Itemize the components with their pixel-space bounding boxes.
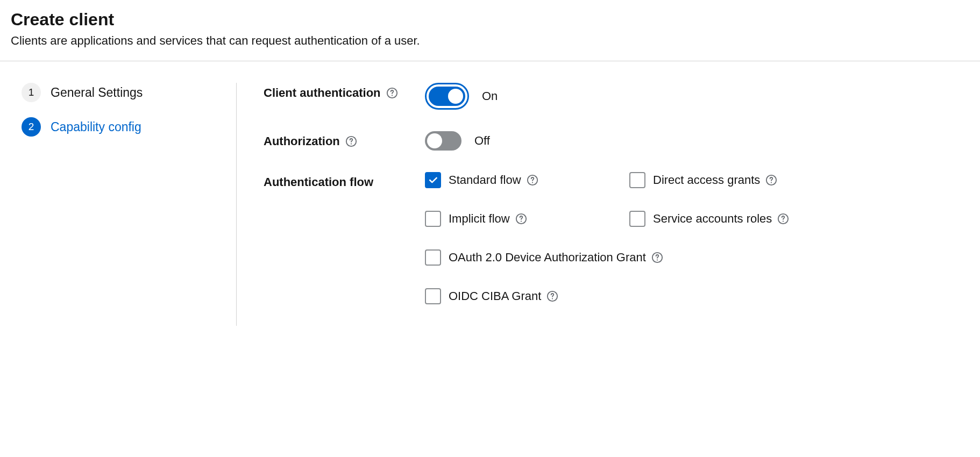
row-authorization: Authorization Off bbox=[264, 131, 969, 151]
authentication-flow-label: Authentication flow bbox=[264, 175, 373, 189]
toggle-focus-ring bbox=[425, 83, 469, 110]
svg-point-3 bbox=[351, 143, 352, 144]
authorization-label: Authorization bbox=[264, 134, 340, 148]
help-icon[interactable] bbox=[345, 135, 357, 147]
control-col: On bbox=[425, 83, 969, 110]
help-icon[interactable] bbox=[515, 213, 527, 225]
wizard-step-general-settings[interactable]: 1 General Settings bbox=[22, 83, 215, 102]
checkbox-item-standard-flow: Standard flow bbox=[425, 172, 619, 188]
client-authentication-label: Client authentication bbox=[264, 86, 381, 100]
checkbox-label: OIDC CIBA Grant bbox=[449, 289, 541, 303]
step-number-badge: 2 bbox=[22, 117, 41, 137]
checkbox-item-implicit-flow: Implicit flow bbox=[425, 211, 619, 227]
svg-point-9 bbox=[521, 220, 522, 222]
svg-point-7 bbox=[771, 182, 772, 183]
svg-point-15 bbox=[552, 298, 553, 299]
form-area: Client authentication On Authoriz bbox=[237, 83, 969, 326]
row-authentication-flow: Authentication flow Standard flow bbox=[264, 172, 969, 304]
control-col: Off bbox=[425, 131, 969, 151]
checkbox-item-oidc-ciba-grant: OIDC CIBA Grant bbox=[425, 288, 789, 304]
step-label: General Settings bbox=[51, 85, 143, 100]
service-accounts-roles-checkbox[interactable] bbox=[629, 211, 645, 227]
page-description: Clients are applications and services th… bbox=[11, 34, 969, 48]
svg-point-5 bbox=[531, 182, 532, 183]
checkbox-item-oauth-device-grant: OAuth 2.0 Device Authorization Grant bbox=[425, 249, 789, 266]
authorization-toggle[interactable] bbox=[425, 131, 461, 151]
help-icon[interactable] bbox=[651, 252, 663, 263]
toggle-wrap: Off bbox=[425, 131, 490, 151]
help-icon[interactable] bbox=[765, 174, 777, 186]
row-client-authentication: Client authentication On bbox=[264, 83, 969, 110]
checkbox-label: Implicit flow bbox=[449, 212, 510, 226]
wizard-step-capability-config[interactable]: 2 Capability config bbox=[22, 117, 215, 137]
toggle-value-label: On bbox=[482, 89, 498, 103]
svg-point-1 bbox=[391, 95, 392, 96]
svg-point-11 bbox=[783, 220, 784, 222]
checkbox-label: Service accounts roles bbox=[653, 212, 772, 226]
toggle-wrap: On bbox=[425, 83, 498, 110]
checkbox-grid: Standard flow Direct access grants bbox=[425, 172, 789, 304]
page-header: Create client Clients are applications a… bbox=[0, 0, 980, 61]
checkbox-label: OAuth 2.0 Device Authorization Grant bbox=[449, 251, 646, 265]
checkbox-label: Standard flow bbox=[449, 173, 521, 187]
client-authentication-toggle[interactable] bbox=[429, 87, 465, 106]
checkbox-item-service-accounts-roles: Service accounts roles bbox=[629, 211, 789, 227]
oauth-device-grant-checkbox[interactable] bbox=[425, 249, 441, 266]
control-col: Standard flow Direct access grants bbox=[425, 172, 969, 304]
label-col: Client authentication bbox=[264, 83, 425, 100]
help-icon[interactable] bbox=[386, 87, 398, 99]
step-label: Capability config bbox=[51, 120, 141, 134]
wizard-steps: 1 General Settings 2 Capability config bbox=[22, 83, 237, 326]
help-icon[interactable] bbox=[527, 174, 538, 186]
direct-access-grants-checkbox[interactable] bbox=[629, 172, 645, 188]
checkbox-label: Direct access grants bbox=[653, 173, 760, 187]
step-number-badge: 1 bbox=[22, 83, 41, 102]
page-title: Create client bbox=[11, 10, 969, 30]
toggle-knob bbox=[448, 89, 463, 104]
help-icon[interactable] bbox=[777, 213, 789, 225]
help-icon[interactable] bbox=[546, 290, 558, 302]
oidc-ciba-grant-checkbox[interactable] bbox=[425, 288, 441, 304]
svg-point-13 bbox=[657, 259, 658, 260]
implicit-flow-checkbox[interactable] bbox=[425, 211, 441, 227]
toggle-value-label: Off bbox=[474, 134, 490, 148]
standard-flow-checkbox[interactable] bbox=[425, 172, 441, 188]
toggle-knob bbox=[427, 133, 442, 148]
checkbox-item-direct-access-grants: Direct access grants bbox=[629, 172, 789, 188]
label-col: Authentication flow bbox=[264, 172, 425, 189]
content-region: 1 General Settings 2 Capability config C… bbox=[0, 61, 980, 337]
label-col: Authorization bbox=[264, 131, 425, 148]
